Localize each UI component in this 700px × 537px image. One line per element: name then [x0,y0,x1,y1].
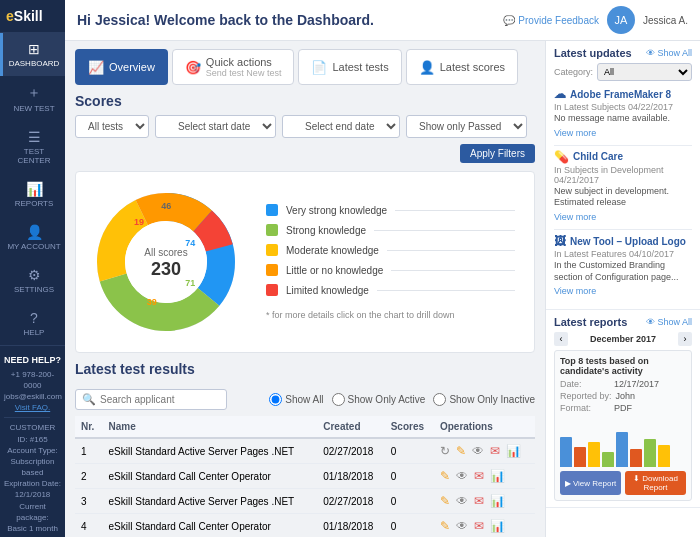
feedback-icon: 💬 [503,15,515,26]
email-icon[interactable]: ✉ [474,494,484,508]
help-icon: ? [30,310,38,326]
mini-chart [560,417,686,467]
chart-note: * for more details click on the chart to… [266,310,515,320]
sidebar-item-new-test[interactable]: ＋ NEW TEST [0,76,65,121]
search-input[interactable] [100,394,220,405]
tab-latest-scores[interactable]: 👤 Latest scores [406,49,518,85]
apply-filters-button[interactable]: Apply Filters [460,144,535,163]
cell-name: eSkill Standard Active Server Pages .NET [103,489,318,514]
edit-icon[interactable]: ✎ [456,444,466,458]
col-nr: Nr. [75,416,103,438]
date-label: Date: [560,379,610,389]
tab-quick-actions[interactable]: 🎯 Quick actions Send test New test [172,49,295,85]
donut-center: All scores 230 [144,245,187,280]
email-icon[interactable]: ✉ [474,469,484,483]
sidebar: eSkill ⊞ DASHBOARD ＋ NEW TEST ☰ TEST CEN… [0,0,65,537]
cell-nr: 2 [75,464,103,489]
view-more-1[interactable]: View more [554,128,596,138]
view-report-button[interactable]: ▶ View Report [560,471,621,495]
chart-icon[interactable]: 📊 [490,469,505,483]
donut-chart[interactable]: 74 71 39 19 46 All scores 230 [86,182,246,342]
visit-faq-link[interactable]: Visit FAQ. [4,402,61,413]
scores-title: Scores [75,93,535,109]
sidebar-item-dashboard[interactable]: ⊞ DASHBOARD [0,33,65,76]
search-box: 🔍 [75,389,227,410]
test-center-icon: ☰ [28,129,41,145]
report-card: Top 8 tests based on candidate's activit… [554,350,692,501]
radio-show-all[interactable]: Show All [269,393,323,406]
email-icon[interactable]: ✉ [490,444,500,458]
show-passed-select[interactable]: Show only Passed [406,115,527,138]
mini-bar [658,445,670,467]
chart-icon[interactable]: 📊 [490,519,505,533]
eye-icon-reports: 👁 [646,317,655,327]
end-date-select[interactable]: Select end date [282,115,400,138]
logo-e: e [6,8,14,24]
sidebar-item-test-center[interactable]: ☰ TEST CENTER [0,121,65,173]
mini-bar [574,447,586,467]
eye-icon[interactable]: 👁 [472,444,484,458]
view-more-3[interactable]: View more [554,286,596,296]
sidebar-item-settings[interactable]: ⚙ SETTINGS [0,259,65,302]
tab-latest-tests[interactable]: 📄 Latest tests [298,49,401,85]
cell-scores: 0 [385,438,434,464]
legend-label-little: Little or no knowledge [286,265,383,276]
edit-icon[interactable]: ✎ [440,519,450,533]
radio-active[interactable]: Show Only Active [332,393,426,406]
report-nav: ‹ December 2017 › [554,332,692,346]
expiration-label: Expiration Date: [4,478,61,489]
sidebar-item-my-account[interactable]: 👤 MY ACCOUNT [0,216,65,259]
start-date-select[interactable]: Select start date [155,115,276,138]
table-row: 3 eSkill Standard Active Server Pages .N… [75,489,535,514]
cell-nr: 3 [75,489,103,514]
sidebar-label-new-test: NEW TEST [13,104,54,113]
cell-created: 02/27/2018 [317,438,384,464]
feedback-button[interactable]: 💬 Provide Feedback [503,15,599,26]
current-package-value: Basic 1 month subscription [4,523,61,537]
sidebar-item-help[interactable]: ? HELP [0,302,65,345]
quick-actions-icon: 🎯 [185,60,201,75]
sidebar-phone: +1 978-200-0000 [4,369,61,391]
eye-icon[interactable]: 👁 [456,519,468,533]
legend-item-little: Little or no knowledge [266,264,515,276]
edit-icon[interactable]: ✎ [440,494,450,508]
account-type-value: Subscription based [4,456,61,478]
reports-show-all[interactable]: 👁 Show All [646,317,692,327]
cell-operations: ✎ 👁 ✉ 📊 [434,489,535,514]
sidebar-label-my-account: MY ACCOUNT [7,242,60,251]
edit-icon[interactable]: ✎ [440,469,450,483]
updates-show-all[interactable]: 👁 Show All [646,48,692,58]
adobe-icon: ☁ [554,87,566,101]
sidebar-label-settings: SETTINGS [14,285,54,294]
category-select[interactable]: All [597,63,692,81]
donut-value: 230 [144,259,187,280]
chart-icon[interactable]: 📊 [490,494,505,508]
tab-quick-actions-label: Quick actions [206,56,272,68]
all-tests-select[interactable]: All tests [75,115,149,138]
view-more-2[interactable]: View more [554,212,596,222]
radio-inactive[interactable]: Show Only Inactive [433,393,535,406]
user-name: Jessica A. [643,15,688,26]
reports-icon: 📊 [26,181,43,197]
cell-created: 01/18/2018 [317,464,384,489]
legend-label-strong: Strong knowledge [286,225,366,236]
chart-icon[interactable]: 📊 [506,444,521,458]
account-type-label: Account Type: [4,445,61,456]
tab-overview[interactable]: 📈 Overview [75,49,168,85]
legend-dot-very-strong [266,204,278,216]
sidebar-item-reports[interactable]: 📊 REPORTS [0,173,65,216]
email-icon[interactable]: ✉ [474,519,484,533]
eye-icon[interactable]: 👁 [456,469,468,483]
center-panel: 📈 Overview 🎯 Quick actions Send test New… [65,41,545,537]
next-month-button[interactable]: › [678,332,692,346]
table-row: 1 eSkill Standard Active Server Pages .N… [75,438,535,464]
date-value: 12/17/2017 [614,379,659,389]
legend-item-strong: Strong knowledge [266,224,515,236]
eye-icon[interactable]: 👁 [456,494,468,508]
col-operations: Operations [434,416,535,438]
prev-month-button[interactable]: ‹ [554,332,568,346]
chart-legend: Very strong knowledge Strong knowledge M… [266,204,515,320]
download-report-button[interactable]: ⬇ Download Report [625,471,686,495]
filter-bar: All tests Select start date Select end d… [75,115,535,163]
format-label: Format: [560,403,610,413]
